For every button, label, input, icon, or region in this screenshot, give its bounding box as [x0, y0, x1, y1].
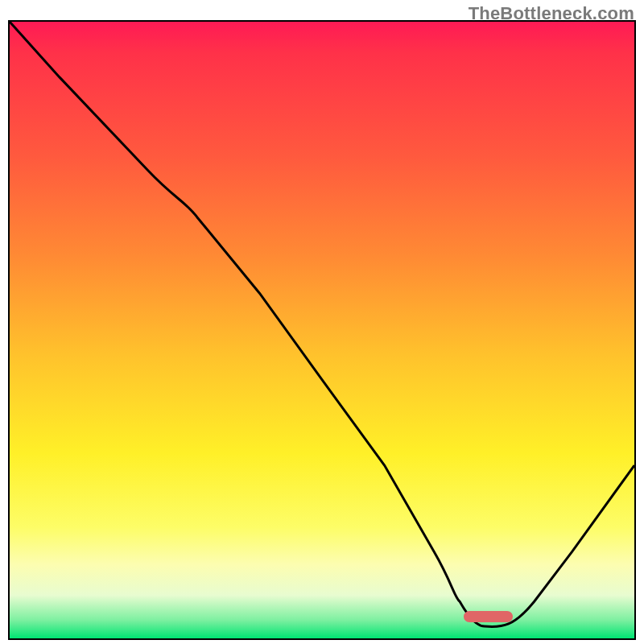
chart-frame — [8, 20, 636, 640]
optimum-marker — [464, 611, 513, 622]
bottleneck-curve — [10, 22, 634, 638]
